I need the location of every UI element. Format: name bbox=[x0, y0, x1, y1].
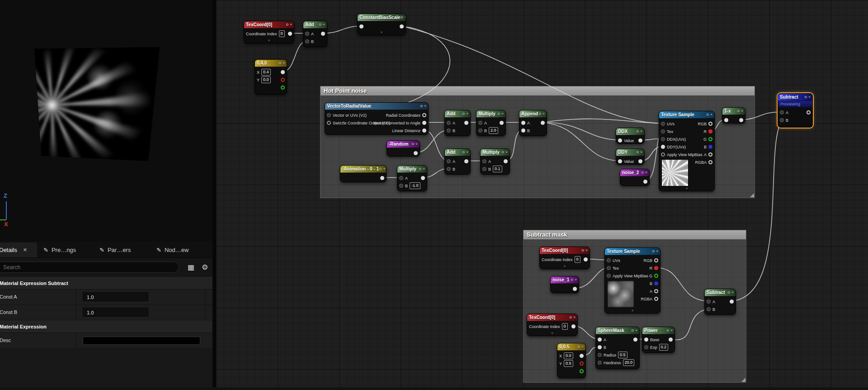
node-expand-chevron[interactable]: ˅ bbox=[605, 309, 660, 313]
const-a-field[interactable]: 1.0 bbox=[83, 292, 148, 301]
node-advanced-icon[interactable]: ⊙ bbox=[420, 104, 423, 108]
input-pin[interactable] bbox=[478, 128, 482, 133]
node-texcoord-0[interactable]: TexCoord[0]⊙˅Coordinate Index0˅ bbox=[539, 247, 590, 269]
node-ddy[interactable]: DDY⊙˅Value bbox=[616, 148, 645, 165]
input-pin[interactable] bbox=[661, 145, 665, 149]
input-pin[interactable] bbox=[305, 39, 309, 43]
node-advanced-icon[interactable]: ⊙ bbox=[497, 112, 500, 116]
node-advanced-icon[interactable]: ⊙ bbox=[419, 167, 422, 171]
output-pin[interactable] bbox=[321, 32, 325, 36]
chevron-down-icon[interactable]: ˅ bbox=[405, 15, 406, 19]
node-header[interactable]: Texture Sample⊙˄ bbox=[659, 111, 714, 119]
input-pin[interactable] bbox=[598, 361, 602, 365]
input-pin[interactable] bbox=[447, 128, 451, 133]
value-field[interactable]: 0.0 bbox=[564, 352, 573, 359]
search-input[interactable] bbox=[0, 262, 179, 273]
output-pin[interactable] bbox=[643, 180, 647, 184]
node-multiply[interactable]: Multiply⊙˅AB-1.0 bbox=[397, 165, 427, 191]
node-multiply[interactable]: Multiply⊙˅AB2.0 bbox=[476, 110, 506, 136]
node-advanced-icon[interactable]: ⊙ bbox=[462, 150, 465, 154]
output-pin[interactable] bbox=[638, 159, 642, 163]
node-advanced-icon[interactable]: ⊙ bbox=[501, 150, 505, 154]
node-advanced-icon[interactable]: ⊙ bbox=[636, 129, 639, 133]
output-pin[interactable] bbox=[708, 129, 712, 133]
node-ddx[interactable]: DDX⊙˅Value bbox=[616, 128, 645, 144]
node-advanced-icon[interactable]: ⊙ bbox=[401, 15, 404, 19]
node-expand-chevron[interactable]: ˅ bbox=[540, 264, 590, 269]
chevron-down-icon[interactable]: ˅ bbox=[423, 167, 425, 171]
chevron-down-icon[interactable]: ˅ bbox=[323, 23, 325, 27]
node-multiply[interactable]: Multiply⊙˅AB0.1 bbox=[480, 148, 510, 175]
output-pin[interactable] bbox=[281, 86, 285, 90]
chevron-down-icon[interactable]: ˅ bbox=[573, 315, 576, 319]
node-header[interactable]: 1-x⊙˅ bbox=[722, 108, 745, 115]
node-expand-chevron[interactable]: ˅ bbox=[244, 38, 294, 43]
chevron-down-icon[interactable]: ˅ bbox=[645, 171, 647, 175]
output-pin[interactable] bbox=[654, 258, 658, 262]
close-tab-icon[interactable]: ✕ bbox=[23, 247, 27, 253]
output-pin[interactable] bbox=[708, 145, 712, 149]
wire[interactable] bbox=[323, 26, 362, 33]
value-field[interactable]: 0.0 bbox=[261, 76, 271, 83]
output-pin[interactable] bbox=[807, 110, 811, 114]
node-header[interactable]: VectorToRadialValue⊙˅ bbox=[325, 103, 428, 110]
desc-field[interactable] bbox=[83, 337, 200, 345]
output-pin[interactable] bbox=[421, 176, 425, 180]
node-animation-0-1[interactable]: -Animation - 0 - 1⊙˅ bbox=[340, 165, 387, 182]
chevron-down-icon[interactable]: ˅ bbox=[585, 248, 588, 252]
output-pin[interactable] bbox=[573, 287, 577, 291]
node-advanced-icon[interactable]: ⊙ bbox=[666, 328, 670, 333]
input-pin[interactable] bbox=[598, 338, 602, 342]
tab-preview-settings[interactable]: ✎ Pre…ngs bbox=[40, 243, 80, 257]
input-pin[interactable] bbox=[607, 274, 611, 278]
output-pin[interactable] bbox=[584, 257, 588, 262]
node-random[interactable]: -Random⊙˅ bbox=[387, 140, 420, 157]
output-pin[interactable] bbox=[500, 121, 504, 125]
input-pin[interactable] bbox=[447, 121, 451, 125]
node-spheremask[interactable]: SphereMask⊙˅ABRadius0.5Hardness20.0 bbox=[595, 327, 640, 369]
output-pin[interactable] bbox=[414, 151, 418, 155]
node-advanced-icon[interactable]: ⊙ bbox=[636, 150, 639, 154]
input-pin[interactable] bbox=[780, 118, 784, 122]
input-pin[interactable] bbox=[399, 184, 403, 188]
value-field[interactable]: 0 bbox=[575, 256, 580, 263]
chevron-down-icon[interactable]: ˅ bbox=[731, 290, 734, 295]
node-texcoord-0[interactable]: TexCoord[0]⊙˅Coordinate Index0˅ bbox=[244, 21, 294, 43]
material-preview-viewport[interactable]: Z X bbox=[0, 0, 212, 241]
input-pin[interactable] bbox=[644, 338, 648, 342]
chevron-down-icon[interactable]: ˅ bbox=[466, 150, 468, 154]
input-pin[interactable] bbox=[359, 24, 363, 29]
value-field[interactable]: 0.1 bbox=[493, 166, 502, 172]
value-field[interactable]: 0.5 bbox=[564, 360, 573, 367]
node-advanced-icon[interactable]: ⊙ bbox=[379, 167, 382, 171]
node-texcoord-0[interactable]: TexCoord[0]⊙˅Coordinate Index0˅ bbox=[527, 314, 578, 336]
input-pin[interactable] bbox=[661, 152, 665, 157]
node-advanced-icon[interactable]: ⊙ bbox=[571, 278, 574, 282]
output-pin[interactable] bbox=[708, 122, 712, 126]
node-noise-2[interactable]: noise_2⊙˅ bbox=[620, 169, 650, 186]
value-field[interactable]: 0 bbox=[562, 323, 568, 330]
output-pin[interactable] bbox=[400, 24, 404, 29]
output-pin[interactable] bbox=[422, 128, 426, 133]
value-field[interactable]: 0 bbox=[279, 30, 285, 37]
chevron-down-icon[interactable]: ˅ bbox=[808, 95, 811, 99]
node-header[interactable]: Multiply⊙˅ bbox=[481, 149, 509, 156]
chevron-up-icon[interactable]: ˄ bbox=[656, 249, 658, 253]
output-pin[interactable] bbox=[504, 159, 508, 163]
node-header[interactable]: TexCoord[0]⊙˅ bbox=[527, 314, 577, 321]
node-header[interactable]: TexCoord[0]⊙˅ bbox=[244, 21, 294, 29]
node-advanced-icon[interactable]: ⊙ bbox=[577, 345, 580, 349]
input-pin[interactable] bbox=[521, 121, 525, 125]
output-pin[interactable] bbox=[464, 121, 468, 125]
node-advanced-icon[interactable]: ⊙ bbox=[278, 61, 282, 65]
chevron-down-icon[interactable]: ˅ bbox=[741, 109, 743, 113]
output-pin[interactable] bbox=[380, 176, 384, 180]
node-add[interactable]: Add⊙˅AB bbox=[444, 148, 471, 175]
node-expand-chevron[interactable]: ˅ bbox=[527, 331, 577, 336]
output-pin[interactable] bbox=[708, 160, 712, 164]
node-header[interactable]: noise_2⊙˅ bbox=[620, 169, 649, 176]
chevron-down-icon[interactable]: ˅ bbox=[283, 61, 285, 65]
node-advanced-icon[interactable]: ⊙ bbox=[581, 248, 585, 252]
comment-resize-handle[interactable] bbox=[741, 378, 745, 382]
node-header[interactable]: SphereMask⊙˅ bbox=[596, 327, 639, 334]
